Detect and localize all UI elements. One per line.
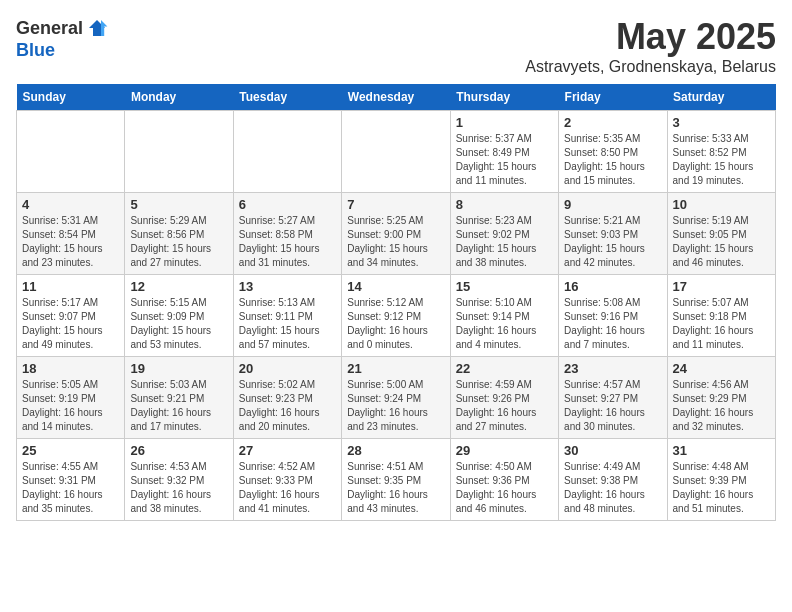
day-number: 22 xyxy=(456,361,553,376)
month-title: May 2025 xyxy=(525,16,776,58)
day-info: Sunrise: 5:17 AM Sunset: 9:07 PM Dayligh… xyxy=(22,296,119,352)
calendar-cell: 30Sunrise: 4:49 AM Sunset: 9:38 PM Dayli… xyxy=(559,439,667,521)
day-header-thursday: Thursday xyxy=(450,84,558,111)
calendar-table: SundayMondayTuesdayWednesdayThursdayFrid… xyxy=(16,84,776,521)
calendar-cell: 16Sunrise: 5:08 AM Sunset: 9:16 PM Dayli… xyxy=(559,275,667,357)
day-info: Sunrise: 4:53 AM Sunset: 9:32 PM Dayligh… xyxy=(130,460,227,516)
calendar-week-row: 1Sunrise: 5:37 AM Sunset: 8:49 PM Daylig… xyxy=(17,111,776,193)
calendar-cell: 13Sunrise: 5:13 AM Sunset: 9:11 PM Dayli… xyxy=(233,275,341,357)
day-info: Sunrise: 5:05 AM Sunset: 9:19 PM Dayligh… xyxy=(22,378,119,434)
day-info: Sunrise: 5:13 AM Sunset: 9:11 PM Dayligh… xyxy=(239,296,336,352)
calendar-cell: 22Sunrise: 4:59 AM Sunset: 9:26 PM Dayli… xyxy=(450,357,558,439)
calendar-cell: 18Sunrise: 5:05 AM Sunset: 9:19 PM Dayli… xyxy=(17,357,125,439)
day-info: Sunrise: 5:03 AM Sunset: 9:21 PM Dayligh… xyxy=(130,378,227,434)
calendar-cell: 26Sunrise: 4:53 AM Sunset: 9:32 PM Dayli… xyxy=(125,439,233,521)
day-number: 10 xyxy=(673,197,770,212)
page-header: General Blue May 2025 Astravyets, Grodne… xyxy=(16,16,776,76)
day-number: 20 xyxy=(239,361,336,376)
calendar-cell: 8Sunrise: 5:23 AM Sunset: 9:02 PM Daylig… xyxy=(450,193,558,275)
day-number: 25 xyxy=(22,443,119,458)
day-number: 30 xyxy=(564,443,661,458)
day-number: 23 xyxy=(564,361,661,376)
day-info: Sunrise: 5:21 AM Sunset: 9:03 PM Dayligh… xyxy=(564,214,661,270)
day-info: Sunrise: 5:35 AM Sunset: 8:50 PM Dayligh… xyxy=(564,132,661,188)
calendar-cell: 15Sunrise: 5:10 AM Sunset: 9:14 PM Dayli… xyxy=(450,275,558,357)
calendar-cell: 3Sunrise: 5:33 AM Sunset: 8:52 PM Daylig… xyxy=(667,111,775,193)
title-section: May 2025 Astravyets, Grodnenskaya, Belar… xyxy=(525,16,776,76)
calendar-week-row: 4Sunrise: 5:31 AM Sunset: 8:54 PM Daylig… xyxy=(17,193,776,275)
calendar-cell: 31Sunrise: 4:48 AM Sunset: 9:39 PM Dayli… xyxy=(667,439,775,521)
day-info: Sunrise: 4:57 AM Sunset: 9:27 PM Dayligh… xyxy=(564,378,661,434)
calendar-cell: 25Sunrise: 4:55 AM Sunset: 9:31 PM Dayli… xyxy=(17,439,125,521)
calendar-cell: 4Sunrise: 5:31 AM Sunset: 8:54 PM Daylig… xyxy=(17,193,125,275)
day-number: 12 xyxy=(130,279,227,294)
calendar-cell: 10Sunrise: 5:19 AM Sunset: 9:05 PM Dayli… xyxy=(667,193,775,275)
location-subtitle: Astravyets, Grodnenskaya, Belarus xyxy=(525,58,776,76)
day-number: 28 xyxy=(347,443,444,458)
day-info: Sunrise: 5:07 AM Sunset: 9:18 PM Dayligh… xyxy=(673,296,770,352)
calendar-header-row: SundayMondayTuesdayWednesdayThursdayFrid… xyxy=(17,84,776,111)
day-number: 13 xyxy=(239,279,336,294)
day-number: 31 xyxy=(673,443,770,458)
day-number: 5 xyxy=(130,197,227,212)
day-number: 19 xyxy=(130,361,227,376)
calendar-cell xyxy=(342,111,450,193)
logo-icon xyxy=(85,16,109,40)
calendar-cell: 20Sunrise: 5:02 AM Sunset: 9:23 PM Dayli… xyxy=(233,357,341,439)
day-number: 7 xyxy=(347,197,444,212)
day-info: Sunrise: 5:31 AM Sunset: 8:54 PM Dayligh… xyxy=(22,214,119,270)
day-header-monday: Monday xyxy=(125,84,233,111)
day-info: Sunrise: 4:55 AM Sunset: 9:31 PM Dayligh… xyxy=(22,460,119,516)
day-number: 8 xyxy=(456,197,553,212)
calendar-cell: 12Sunrise: 5:15 AM Sunset: 9:09 PM Dayli… xyxy=(125,275,233,357)
day-header-sunday: Sunday xyxy=(17,84,125,111)
day-info: Sunrise: 5:15 AM Sunset: 9:09 PM Dayligh… xyxy=(130,296,227,352)
logo: General Blue xyxy=(16,16,109,61)
logo-blue-text: Blue xyxy=(16,40,55,61)
day-info: Sunrise: 5:00 AM Sunset: 9:24 PM Dayligh… xyxy=(347,378,444,434)
logo-general-text: General xyxy=(16,18,83,39)
calendar-cell: 5Sunrise: 5:29 AM Sunset: 8:56 PM Daylig… xyxy=(125,193,233,275)
calendar-cell: 17Sunrise: 5:07 AM Sunset: 9:18 PM Dayli… xyxy=(667,275,775,357)
calendar-cell: 19Sunrise: 5:03 AM Sunset: 9:21 PM Dayli… xyxy=(125,357,233,439)
calendar-cell xyxy=(125,111,233,193)
day-number: 9 xyxy=(564,197,661,212)
day-header-saturday: Saturday xyxy=(667,84,775,111)
day-info: Sunrise: 4:51 AM Sunset: 9:35 PM Dayligh… xyxy=(347,460,444,516)
day-number: 21 xyxy=(347,361,444,376)
day-number: 24 xyxy=(673,361,770,376)
calendar-week-row: 25Sunrise: 4:55 AM Sunset: 9:31 PM Dayli… xyxy=(17,439,776,521)
day-info: Sunrise: 5:37 AM Sunset: 8:49 PM Dayligh… xyxy=(456,132,553,188)
calendar-cell: 24Sunrise: 4:56 AM Sunset: 9:29 PM Dayli… xyxy=(667,357,775,439)
calendar-cell: 28Sunrise: 4:51 AM Sunset: 9:35 PM Dayli… xyxy=(342,439,450,521)
day-number: 27 xyxy=(239,443,336,458)
calendar-week-row: 11Sunrise: 5:17 AM Sunset: 9:07 PM Dayli… xyxy=(17,275,776,357)
day-info: Sunrise: 4:56 AM Sunset: 9:29 PM Dayligh… xyxy=(673,378,770,434)
day-info: Sunrise: 5:33 AM Sunset: 8:52 PM Dayligh… xyxy=(673,132,770,188)
day-header-wednesday: Wednesday xyxy=(342,84,450,111)
calendar-cell: 7Sunrise: 5:25 AM Sunset: 9:00 PM Daylig… xyxy=(342,193,450,275)
calendar-cell xyxy=(17,111,125,193)
calendar-cell: 11Sunrise: 5:17 AM Sunset: 9:07 PM Dayli… xyxy=(17,275,125,357)
day-number: 1 xyxy=(456,115,553,130)
day-number: 15 xyxy=(456,279,553,294)
day-info: Sunrise: 5:29 AM Sunset: 8:56 PM Dayligh… xyxy=(130,214,227,270)
day-number: 26 xyxy=(130,443,227,458)
calendar-cell: 2Sunrise: 5:35 AM Sunset: 8:50 PM Daylig… xyxy=(559,111,667,193)
day-number: 14 xyxy=(347,279,444,294)
day-info: Sunrise: 5:02 AM Sunset: 9:23 PM Dayligh… xyxy=(239,378,336,434)
calendar-cell: 21Sunrise: 5:00 AM Sunset: 9:24 PM Dayli… xyxy=(342,357,450,439)
calendar-cell: 23Sunrise: 4:57 AM Sunset: 9:27 PM Dayli… xyxy=(559,357,667,439)
day-number: 6 xyxy=(239,197,336,212)
day-info: Sunrise: 5:08 AM Sunset: 9:16 PM Dayligh… xyxy=(564,296,661,352)
calendar-cell: 9Sunrise: 5:21 AM Sunset: 9:03 PM Daylig… xyxy=(559,193,667,275)
day-header-tuesday: Tuesday xyxy=(233,84,341,111)
calendar-cell: 14Sunrise: 5:12 AM Sunset: 9:12 PM Dayli… xyxy=(342,275,450,357)
calendar-cell: 6Sunrise: 5:27 AM Sunset: 8:58 PM Daylig… xyxy=(233,193,341,275)
day-number: 29 xyxy=(456,443,553,458)
day-info: Sunrise: 5:19 AM Sunset: 9:05 PM Dayligh… xyxy=(673,214,770,270)
calendar-cell: 1Sunrise: 5:37 AM Sunset: 8:49 PM Daylig… xyxy=(450,111,558,193)
calendar-cell: 29Sunrise: 4:50 AM Sunset: 9:36 PM Dayli… xyxy=(450,439,558,521)
day-number: 11 xyxy=(22,279,119,294)
calendar-cell xyxy=(233,111,341,193)
